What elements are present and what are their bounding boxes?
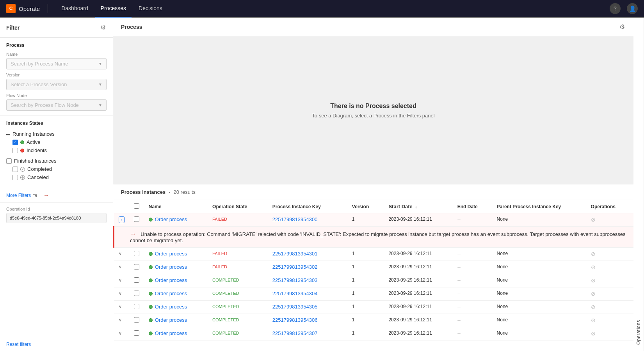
process-name-link[interactable]: Order process [155, 317, 187, 323]
operation-state-cell: FAILED [208, 248, 268, 261]
table-row: ∨ Order process COMPLETED 22517998139543… [114, 327, 634, 340]
user-icon-button[interactable]: 👤 [627, 3, 638, 14]
cancel-operation-icon[interactable]: ⊘ [591, 216, 596, 223]
process-name-link[interactable]: Order process [155, 291, 187, 296]
row-checkbox[interactable] [134, 216, 139, 222]
parent-key-cell: None [492, 261, 586, 274]
checkbox-cell [129, 248, 144, 261]
row-checkbox[interactable] [134, 251, 139, 256]
operation-state-value: COMPLETED [212, 291, 239, 296]
cancel-operation-icon[interactable]: ⊘ [591, 330, 596, 337]
finished-checkbox[interactable] [6, 158, 12, 164]
collapse-button[interactable]: ∨ [119, 317, 122, 323]
process-key-link[interactable]: 2251799813954300 [272, 216, 318, 222]
row-status-dot [149, 292, 153, 296]
cancel-operation-icon[interactable]: ⊘ [591, 264, 596, 270]
running-instances-header[interactable]: ▬ Running Instances [6, 130, 107, 138]
process-key-cell: 2251799813954300 [268, 213, 347, 227]
process-name-link[interactable]: Order process [155, 251, 187, 257]
collapse-button[interactable]: ∨ [119, 304, 122, 309]
process-name-link[interactable]: Order process [155, 264, 187, 270]
process-key-link[interactable]: 2251799813954307 [272, 330, 318, 336]
reset-filters-link[interactable]: Reset filters [6, 342, 31, 347]
flow-node-select[interactable]: Search by Process Flow Node ▼ [6, 99, 107, 111]
completed-checkbox[interactable] [12, 167, 18, 172]
row-status-dot [149, 218, 153, 222]
operation-state-cell: COMPLETED [208, 274, 268, 287]
filter-icon [33, 193, 43, 198]
cancel-operation-icon[interactable]: ⊘ [591, 317, 596, 323]
sidebar: Filter ⚙ Process Name Search by Process … [0, 18, 113, 351]
version-cell: 1 [347, 327, 384, 340]
process-name-link[interactable]: Order process [155, 216, 187, 222]
collapse-button[interactable]: ∨ [119, 278, 122, 283]
checkbox-cell [129, 213, 144, 227]
name-cell: Order process [144, 314, 208, 327]
operations-cell: ⊘ [586, 327, 633, 340]
row-checkbox[interactable] [134, 304, 139, 309]
nav-link-processes[interactable]: Processes [95, 0, 132, 18]
collapse-button[interactable]: ∨ [119, 264, 122, 269]
canceled-checkbox-row[interactable]: ⊘ Canceled [6, 173, 107, 181]
process-name-link[interactable]: Order process [155, 330, 187, 336]
collapse-button[interactable]: ∨ [119, 291, 122, 296]
completed-label: Completed [27, 166, 52, 172]
select-all-checkbox[interactable] [134, 203, 139, 209]
operations-cell: ⊘ [586, 314, 633, 327]
cancel-operation-icon[interactable]: ⊘ [591, 251, 596, 257]
cancel-operation-icon[interactable]: ⊘ [591, 304, 596, 310]
incidents-checkbox-row[interactable]: Incidents [6, 146, 107, 154]
row-checkbox[interactable] [134, 277, 139, 283]
more-filters-link[interactable]: More Filters [6, 193, 31, 198]
cancel-operation-icon[interactable]: ⊘ [591, 291, 596, 297]
cancel-operation-icon[interactable]: ⊘ [591, 277, 596, 284]
expand-button[interactable]: r [119, 216, 125, 223]
help-icon-button[interactable]: ? [610, 3, 621, 14]
col-end-date: End Date [453, 200, 492, 213]
row-status-dot [149, 278, 153, 282]
collapse-button[interactable]: ∨ [119, 251, 122, 256]
row-checkbox[interactable] [134, 264, 139, 269]
table-results: 20 results [174, 189, 196, 195]
more-filters-row: More Filters → [0, 188, 113, 202]
active-checkbox-row[interactable]: ✓ Active [6, 138, 107, 146]
process-panel-filter-button[interactable]: ⚙ [619, 22, 626, 31]
start-date-cell: 2023-09-29 16:12:11 [384, 287, 452, 301]
collapse-button[interactable]: ∨ [119, 331, 122, 336]
process-name-link[interactable]: Order process [155, 304, 187, 310]
incidents-checkbox[interactable] [12, 148, 18, 153]
row-checkbox[interactable] [134, 330, 139, 336]
finished-instances-header[interactable]: Finished Instances [6, 157, 107, 165]
canceled-label: Canceled [27, 174, 49, 180]
canceled-checkbox[interactable] [12, 175, 18, 180]
row-checkbox[interactable] [134, 291, 139, 296]
operation-state-value: FAILED [212, 264, 227, 269]
process-name-link[interactable]: Order process [155, 277, 187, 283]
filter-columns-button[interactable]: ⚙ [100, 23, 107, 32]
col-start-date[interactable]: Start Date ↓ [384, 200, 452, 213]
nav-link-decisions[interactable]: Decisions [133, 0, 168, 18]
completed-checkbox-row[interactable]: ✓ Completed [6, 165, 107, 173]
process-key-link[interactable]: 2251799813954303 [272, 277, 318, 283]
end-date-dash: -- [457, 291, 461, 296]
process-name-select[interactable]: Search by Process Name ▼ [6, 58, 107, 69]
top-nav: C Operate Dashboard Processes Decisions … [0, 0, 644, 18]
operations-tab[interactable]: Operations [633, 18, 644, 351]
expand-cell: ∨ [114, 287, 129, 301]
svg-marker-0 [33, 194, 37, 195]
process-key-link[interactable]: 2251799813954304 [272, 291, 318, 296]
process-version-select[interactable]: Select a Process Version ▼ [6, 79, 107, 90]
col-name: Name [144, 200, 208, 213]
sidebar-header: Filter ⚙ [0, 18, 113, 38]
process-key-link[interactable]: 2251799813954302 [272, 264, 318, 270]
running-collapse-icon: ▬ [6, 132, 10, 136]
svg-marker-2 [36, 196, 37, 197]
nav-links: Dashboard Processes Decisions [56, 0, 610, 18]
nav-link-dashboard[interactable]: Dashboard [56, 0, 94, 18]
process-key-link[interactable]: 2251799813954306 [272, 317, 318, 323]
active-checkbox[interactable]: ✓ [12, 140, 18, 145]
process-key-link[interactable]: 2251799813954301 [272, 251, 318, 257]
process-key-link[interactable]: 2251799813954305 [272, 304, 318, 310]
row-checkbox[interactable] [134, 317, 139, 323]
incidents-status-dot [20, 149, 24, 152]
